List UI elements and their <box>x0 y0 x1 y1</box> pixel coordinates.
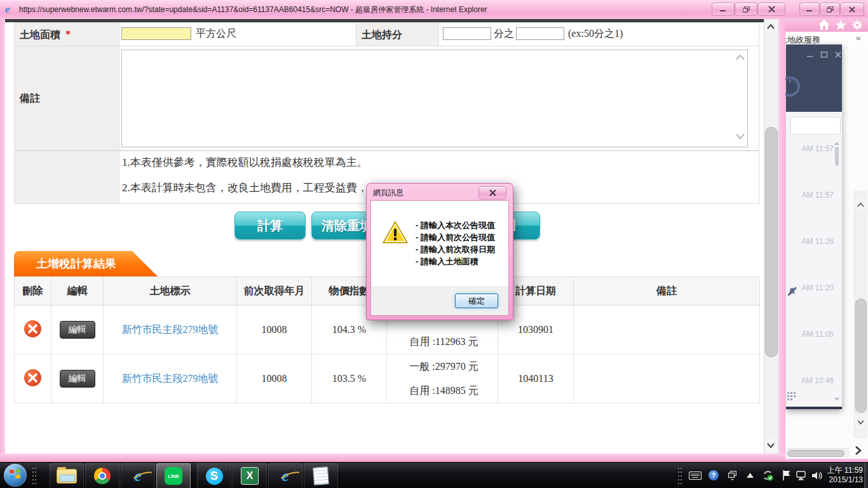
delete-button[interactable] <box>24 320 41 337</box>
chat-list-item[interactable]: AM 11:57 <box>786 186 842 233</box>
dialog-message-1: - 請輸入本次公告現值 <box>416 220 495 231</box>
line-minimize-icon[interactable] <box>806 51 814 58</box>
taskbar-line-button[interactable]: LINE <box>156 463 191 488</box>
favorites-overflow-chevron[interactable]: » <box>856 33 860 43</box>
minimize-icon <box>806 6 813 12</box>
chat-list-item[interactable]: AM 11:57 <box>786 140 842 187</box>
page-scrollbar-thumb[interactable] <box>765 127 778 357</box>
sticker-grid-icon <box>787 392 796 400</box>
chat-list-item[interactable]: AM 11:20 <box>786 279 842 326</box>
bg-minimize-button[interactable] <box>799 3 820 16</box>
line-search-input[interactable] <box>790 117 841 135</box>
bg-hscrollbar-thumb[interactable] <box>787 450 844 457</box>
taskbar-skype-button[interactable]: S <box>197 463 231 488</box>
help-icon[interactable]: ? <box>708 470 719 481</box>
taskbar-clock[interactable]: 上午 11:59 2015/1/13 <box>824 466 863 485</box>
line-chat-window: AM 11:57 AM 11:57 AM 11:26 AM 11:20 AM 1… <box>786 44 842 409</box>
minimize-icon <box>720 6 726 12</box>
bg-scroll-right-button[interactable] <box>853 445 863 459</box>
taskbar-explorer-button[interactable] <box>50 463 84 488</box>
chat-list-item[interactable]: AM 11:26 <box>786 233 842 280</box>
keyboard-icon[interactable] <box>689 470 702 481</box>
chat-timestamp: AM 11:05 <box>802 330 834 339</box>
taskbar-ie2-button[interactable]: e <box>268 463 302 488</box>
chat-list-item[interactable]: AM 10:46 <box>786 372 842 407</box>
remark-cell <box>574 306 760 355</box>
table-row: 編輯 新竹市民主段279地號 10008 103.5 % 一般 :297970 … <box>15 355 760 403</box>
show-hidden-icons-button[interactable] <box>745 470 755 481</box>
chevron-down-icon <box>857 420 864 424</box>
line-maximize-icon[interactable] <box>820 51 828 58</box>
taskbar-excel-button[interactable]: X <box>233 463 267 488</box>
bg-hscrollbar-track[interactable] <box>786 448 850 458</box>
page-scroll-down-button[interactable] <box>764 438 777 452</box>
bg-scroll-up-button[interactable] <box>855 198 866 211</box>
tax-line-2: 自用 :112963 元 <box>387 330 498 354</box>
network-icon[interactable] <box>796 470 808 481</box>
share-denominator-input[interactable] <box>443 27 491 40</box>
window-border-left <box>0 19 5 462</box>
results-tab: 土增稅計算結果 <box>14 251 158 276</box>
delete-button[interactable] <box>24 369 41 386</box>
start-button[interactable] <box>4 464 27 487</box>
window-restore-tray-icon[interactable] <box>727 470 737 481</box>
line-close-icon[interactable] <box>834 51 842 58</box>
bg-scroll-down-button[interactable] <box>855 416 866 428</box>
chat-scroll-down-icon[interactable] <box>834 398 839 402</box>
folder-icon <box>57 469 77 484</box>
volume-icon[interactable] <box>811 470 824 481</box>
notepad-icon <box>313 466 329 485</box>
chevron-right-icon <box>853 445 863 456</box>
ok-button[interactable]: 確定 <box>455 294 498 308</box>
show-desktop-button[interactable] <box>864 463 868 488</box>
land-share-label: 土地持分 <box>362 29 402 42</box>
calculate-button[interactable]: 計算 <box>234 212 306 240</box>
home-icon[interactable] <box>818 20 830 32</box>
land-area-label-cell: 土地面積* <box>14 22 119 46</box>
bg-close-button[interactable] <box>840 3 864 16</box>
chat-timestamp: AM 11:26 <box>802 237 834 246</box>
restore-icon <box>743 6 750 13</box>
excel-icon: X <box>241 467 259 485</box>
land-area-label: 土地面積 <box>20 29 60 42</box>
chat-list-item[interactable]: AM 11:05 <box>786 325 842 372</box>
taskbar-chrome-button[interactable] <box>85 463 119 488</box>
land-link[interactable]: 新竹市民主段279地號 <box>122 373 219 384</box>
settings-gear-icon[interactable] <box>851 20 863 33</box>
land-link[interactable]: 新竹市民主段279地號 <box>122 324 219 335</box>
main-close-button[interactable] <box>757 3 785 16</box>
tax-line-2: 自用 :148985 元 <box>387 379 498 403</box>
bg-scrollbar-thumb[interactable] <box>855 299 867 413</box>
note-line-1: 1.本表僅供參考，實際稅額以稅捐處核稅稅單為主。 <box>122 155 368 170</box>
taskbar: e LINE S X e ? 上午 11:5 <box>0 462 868 488</box>
remark-textarea[interactable] <box>121 50 748 147</box>
clock-time: 上午 11:59 <box>824 466 863 475</box>
chat-timestamp: AM 11:20 <box>802 283 834 292</box>
delete-x-icon <box>28 373 37 383</box>
edit-button[interactable]: 編輯 <box>60 321 95 339</box>
sync-status-icon[interactable] <box>761 470 774 481</box>
chrome-icon <box>94 468 111 484</box>
main-restore-button[interactable] <box>735 3 757 16</box>
main-minimize-button[interactable] <box>712 3 735 16</box>
notes-label-cell <box>14 151 119 204</box>
favorites-star-icon[interactable] <box>835 20 846 33</box>
textarea-scroll-up-icon[interactable] <box>736 55 745 60</box>
page-scroll-up-button[interactable] <box>764 20 777 33</box>
action-center-flag-icon[interactable] <box>780 470 793 481</box>
textarea-scroll-down-icon[interactable] <box>736 133 745 139</box>
muted-bell-icon <box>787 287 797 296</box>
taskbar-notepad-button[interactable] <box>304 463 338 488</box>
bg-restore-button[interactable] <box>820 3 840 16</box>
land-area-input[interactable] <box>121 27 191 40</box>
chat-scrollbar-thumb[interactable] <box>835 147 839 166</box>
close-icon <box>768 6 775 13</box>
taskbar-ie-button[interactable]: e <box>121 463 155 488</box>
edit-button[interactable]: 編輯 <box>60 370 95 388</box>
chevron-up-icon <box>857 203 864 207</box>
share-numerator-input[interactable] <box>516 27 564 40</box>
chat-timestamp: AM 10:46 <box>801 376 834 385</box>
calc-date-cell: 1040113 <box>498 355 574 403</box>
dialog-close-button[interactable] <box>478 186 506 200</box>
chat-scroll-up-icon[interactable] <box>834 142 839 146</box>
